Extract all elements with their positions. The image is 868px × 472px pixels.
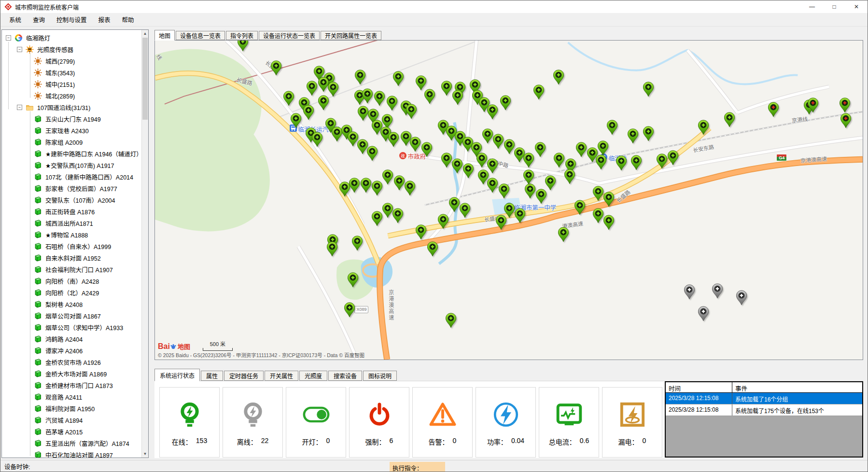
tab-device-status-list[interactable]: 设备运行状态一览表 [259,31,320,40]
map-canvas[interactable]: 长盛路长白路线长安中路长安东路长盛中路长盛路港澳高速京港线京港澳高速京港澳高速G… [154,40,863,360]
device-marker-online[interactable] [404,180,415,196]
tab-system-status[interactable]: 系统运行状态 [154,369,200,381]
device-marker-online[interactable] [460,202,471,218]
device-marker-offline[interactable] [712,283,723,299]
device-marker-online[interactable] [360,178,371,193]
device-marker-online[interactable] [328,82,339,97]
device-marker-online[interactable] [452,89,463,105]
menu-help[interactable]: 帮助 [116,13,140,26]
device-marker-online[interactable] [326,241,337,256]
device-marker-online[interactable] [478,169,489,185]
tree-node[interactable]: 城中(2151) [2,78,141,90]
scroll-down-icon[interactable]: ▼ [142,450,148,458]
tree-expand-icon[interactable]: − [17,105,22,110]
device-marker-online[interactable] [643,82,654,97]
device-marker-online[interactable] [603,214,614,230]
device-marker-online[interactable] [603,192,614,207]
device-marker-online[interactable] [367,146,378,161]
device-marker-online[interactable] [536,189,547,204]
tree-node[interactable]: 烟草公司对面 A1867 [2,310,141,321]
device-marker-online[interactable] [311,132,322,147]
device-marker-online[interactable] [592,186,603,201]
tree-node[interactable]: 金桥农贸市场 A1926 [2,356,141,368]
device-marker-online[interactable] [554,153,565,168]
device-marker-online[interactable] [382,169,393,185]
minimize-button[interactable]: — [801,0,823,13]
tree-node[interactable]: 石咀桥（自来水）A1999 [2,240,141,252]
device-marker-online[interactable] [698,120,709,135]
tree-node[interactable]: 城东(3543) [2,67,141,78]
device-marker-online[interactable] [656,153,667,169]
device-marker-online[interactable] [421,142,432,157]
tree-expand-icon[interactable]: − [6,35,11,41]
device-marker-online[interactable] [349,178,360,193]
device-marker-alarm[interactable] [840,97,851,113]
device-marker-online[interactable] [595,154,606,170]
tree-node[interactable]: 谭家冲 A2406 [2,345,141,356]
scroll-thumb[interactable] [142,38,148,120]
device-marker-online[interactable] [410,137,421,152]
device-marker-online[interactable] [352,236,363,251]
device-marker-online[interactable] [416,75,427,91]
tree-node[interactable]: 五尖山大门东 A1949 [2,113,141,125]
device-marker-online[interactable] [607,120,618,135]
device-marker-online[interactable] [592,208,603,223]
tab-switch-properties[interactable]: 开关属性 [265,371,298,381]
device-marker-alarm[interactable] [840,113,851,128]
device-marker-offline[interactable] [698,306,709,321]
tree-node[interactable]: 观音路 A2411 [2,391,141,403]
tab-properties[interactable]: 属性 [201,371,223,381]
device-marker-online[interactable] [437,214,448,229]
tree-node[interactable]: ★交警队西(107南) A1917 [2,159,141,171]
tree-node[interactable]: −光照度传感器 [2,43,141,55]
device-marker-online[interactable] [388,132,399,147]
device-marker-online[interactable] [515,208,526,223]
device-marker-online[interactable] [355,69,366,85]
device-marker-online[interactable] [500,95,511,111]
device-marker-online[interactable] [463,163,474,178]
tree-node[interactable]: 中石化加油站对面 A1897 [2,449,141,458]
device-marker-online[interactable] [393,70,404,86]
menu-query[interactable]: 查询 [27,13,51,26]
device-marker-offline[interactable] [684,284,695,300]
device-marker-online[interactable] [237,40,248,51]
tree-node[interactable]: 城西(2799) [2,55,141,67]
device-marker-online[interactable] [523,169,534,185]
menu-report[interactable]: 报表 [93,13,116,26]
device-marker-online[interactable] [445,313,456,328]
device-marker-offline[interactable] [736,290,747,305]
device-marker-online[interactable] [498,183,509,199]
device-marker-online[interactable] [427,241,438,256]
device-marker-online[interactable] [441,153,452,168]
device-marker-online[interactable] [495,214,506,230]
device-marker-online[interactable] [476,153,488,168]
tree-node[interactable]: ★建新中路路口东 A1946（辅道灯） [2,148,141,159]
tree-node[interactable]: 城西派出所A1871 [2,217,141,229]
device-marker-online[interactable] [668,150,679,166]
tab-search-device[interactable]: 搜索设备 [328,371,362,381]
scroll-up-icon[interactable]: ▲ [142,30,148,37]
device-marker-online[interactable] [630,155,642,170]
tree-node[interactable]: 社会福利院大门口 A1907 [2,264,141,275]
tab-switch-loop-properties[interactable]: 开关回路属性一览表 [321,31,381,40]
device-marker-online[interactable] [387,96,398,111]
device-marker-online[interactable] [523,153,534,168]
device-marker-online[interactable] [362,88,373,104]
event-log-row[interactable]: 2025/3/28 12:15:08系统加载了175个设备，在线153个 [666,404,862,416]
tree-node[interactable]: 芭茅塘 A2015 [2,426,141,437]
tab-illuminance[interactable]: 光照度 [299,371,327,381]
tree-node[interactable]: ★博物馆 A1888 [2,229,141,240]
device-marker-online[interactable] [574,200,585,215]
device-marker-online[interactable] [553,69,564,85]
tab-icon-legend[interactable]: 图标说明 [363,371,397,381]
tree-node[interactable]: −临湘路灯 [2,32,141,43]
tree-node[interactable]: −107国道沿线(31/31) [2,101,141,113]
tree-expand-icon[interactable]: − [17,47,22,52]
tree-node[interactable]: 向阳桥（南）A2428 [2,275,141,287]
tree-node[interactable]: 陈家组 A2009 [2,136,141,148]
device-marker-online[interactable] [303,105,314,120]
device-marker-online[interactable] [616,155,627,171]
device-marker-online[interactable] [348,272,359,287]
menu-control-settings[interactable]: 控制与设置 [51,13,93,26]
tree-node[interactable]: 金桥大市场对面 A1869 [2,368,141,379]
